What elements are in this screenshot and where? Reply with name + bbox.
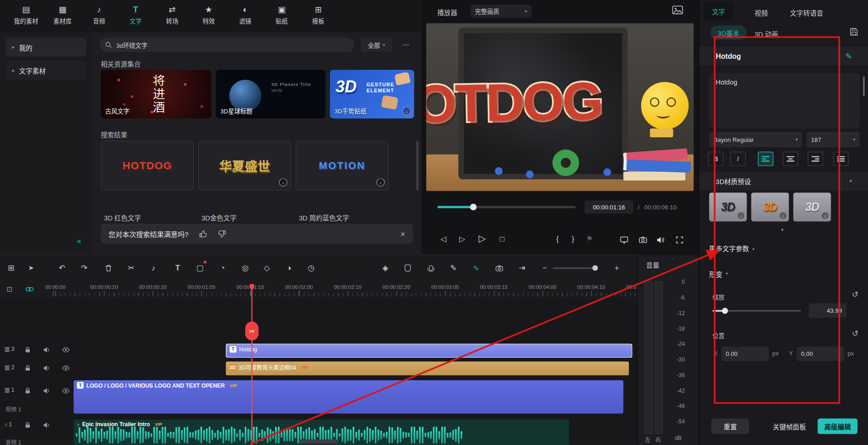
tab-stock-media[interactable]: ▦素材库: [44, 0, 81, 32]
prev-frame-button[interactable]: ◁: [436, 231, 451, 246]
position-x-input[interactable]: 0.00: [721, 347, 769, 361]
marker-flag-icon[interactable]: ⚑: [582, 231, 597, 246]
track3-mute-icon[interactable]: [43, 347, 51, 353]
tab-effects[interactable]: ★特效: [191, 0, 227, 32]
save-preset-icon[interactable]: [850, 28, 858, 36]
color-palette-icon[interactable]: ◑: [281, 261, 297, 275]
zoom-out-icon[interactable]: −: [537, 261, 552, 275]
props-tab-text[interactable]: 文字: [704, 2, 733, 20]
align-left-button[interactable]: [758, 152, 773, 166]
download-icon[interactable]: ↓: [279, 178, 287, 186]
close-icon[interactable]: ×: [400, 229, 406, 238]
play-button[interactable]: ▷: [475, 231, 489, 245]
scale-slider-knob[interactable]: [722, 308, 728, 314]
timeline-snapshot-icon[interactable]: [491, 261, 507, 275]
select-cursor-icon[interactable]: ➤: [23, 261, 39, 275]
result-thumb-gold[interactable]: 华夏盛世 ↓: [198, 141, 292, 190]
collection-thumb-gesture[interactable]: 3D GESTURE ELEMENT 3D手势贴纸 ↓: [330, 70, 414, 118]
zoom-in-icon[interactable]: +: [609, 261, 625, 275]
search-input[interactable]: 3d环绕文字: [100, 38, 354, 52]
result-thumb-blue[interactable]: MOTION ↓: [296, 141, 389, 190]
track3-visibility-icon[interactable]: [62, 347, 70, 353]
add-text-icon[interactable]: T: [170, 261, 186, 275]
thumbs-up-icon[interactable]: [199, 230, 207, 237]
beat-detection-icon[interactable]: ∿: [468, 261, 484, 275]
tab-templates[interactable]: ⊞模板: [300, 0, 337, 32]
add-track-icon[interactable]: ⊡: [6, 285, 12, 293]
italic-button[interactable]: I: [730, 152, 746, 166]
speaker-icon[interactable]: [653, 232, 667, 247]
auto-ripple-icon[interactable]: ⇥: [514, 261, 530, 275]
align-right-button[interactable]: [808, 152, 823, 166]
props-tab-video[interactable]: 视频: [755, 8, 768, 17]
tab-transitions[interactable]: ⇄转场: [154, 0, 191, 32]
fullscreen-icon[interactable]: [672, 232, 686, 247]
props-tab-tts[interactable]: 文字转语音: [790, 8, 823, 17]
track2-mute-icon[interactable]: [43, 365, 51, 371]
step-forward-button[interactable]: ▷: [455, 231, 469, 246]
safe-area-shield-icon[interactable]: [400, 261, 415, 275]
split-playhead-scissors[interactable]: ✂: [245, 321, 259, 340]
subtab-3d-animation[interactable]: 3D 动画: [755, 29, 778, 38]
quality-dropdown[interactable]: 完整画质▾: [471, 5, 532, 18]
advanced-edit-button[interactable]: 高级编辑: [817, 418, 857, 434]
download-icon[interactable]: ↓: [779, 211, 787, 220]
sticker-clip-border[interactable]: 3D3D可爱教育元素边框04VIP: [226, 361, 629, 375]
media-scrollbar[interactable]: [416, 141, 418, 190]
position-y-input[interactable]: 0.00: [797, 347, 845, 361]
thumbs-down-icon[interactable]: [218, 230, 226, 237]
material-preset-tile[interactable]: 3D↓: [709, 192, 747, 221]
panel-scrollbar[interactable]: [863, 76, 865, 96]
redo-icon[interactable]: ↷: [76, 261, 92, 275]
download-icon[interactable]: ↓: [737, 211, 745, 220]
voiceover-mic-icon[interactable]: [423, 261, 439, 275]
playback-progress-bar[interactable]: [437, 206, 575, 208]
position-reset-icon[interactable]: ↺: [852, 329, 858, 338]
scale-value-input[interactable]: 43.99: [809, 304, 846, 318]
keyframe-panel-button[interactable]: 关键帧面板: [768, 418, 811, 434]
scale-slider[interactable]: [712, 310, 801, 312]
download-icon[interactable]: ↓: [821, 211, 829, 220]
mask-icon[interactable]: ◎: [237, 261, 253, 275]
align-center-button[interactable]: [783, 152, 798, 166]
zoom-slider-knob[interactable]: [592, 265, 598, 270]
sidebar-item-text-assets[interactable]: ▸文字素材: [6, 61, 86, 80]
track2-visibility-icon[interactable]: [62, 366, 70, 371]
font-family-dropdown[interactable]: Bayon Regular▾: [709, 132, 802, 147]
collection-thumb-guff[interactable]: 将进酒 古风文字: [101, 70, 211, 118]
audio-mute-icon[interactable]: [43, 422, 51, 428]
speed-icon[interactable]: ◔: [215, 261, 231, 275]
audio-tool-icon[interactable]: ♪: [146, 261, 161, 275]
tab-text[interactable]: T文字: [118, 0, 154, 32]
timeline-scrollbar[interactable]: [299, 439, 338, 443]
sidebar-item-mine[interactable]: ▸我的: [6, 38, 86, 56]
video-clip-logo-opener[interactable]: TLOGO / LOGO / VARIOUS LOGO AND TEXT OPE…: [73, 380, 623, 413]
more-text-params-toggle[interactable]: 更多文字参数▴: [709, 243, 755, 253]
keyframe-icon[interactable]: ◇: [259, 261, 275, 275]
collection-thumb-planet[interactable]: 3D Planets Title Vol 02 3D星球标题: [216, 70, 326, 118]
text-clip-hotdog[interactable]: THotdog: [226, 344, 632, 358]
tab-audio[interactable]: ♪音频: [81, 0, 118, 32]
material-preset-tile[interactable]: 3D↓: [751, 192, 789, 221]
bold-button[interactable]: B: [708, 152, 724, 166]
track1-visibility-icon[interactable]: [62, 388, 70, 394]
track-manager-icon[interactable]: ⊞: [3, 261, 19, 275]
duration-clock-icon[interactable]: ◷: [304, 261, 319, 275]
material-preset-header[interactable]: 3D材质预设▾: [699, 172, 868, 191]
video-preview[interactable]: OTDOG: [426, 23, 693, 191]
split-scissors-icon[interactable]: ✂: [124, 261, 139, 275]
tab-stickers[interactable]: ▣贴纸: [264, 0, 300, 32]
timeline-zoom-slider[interactable]: [552, 267, 597, 269]
filter-dropdown[interactable]: 全部▾: [361, 38, 392, 52]
align-justify-button[interactable]: [833, 152, 849, 166]
more-options-button[interactable]: ⋯: [397, 38, 414, 52]
display-device-icon[interactable]: [617, 232, 631, 247]
track1-mute-icon[interactable]: [43, 388, 51, 394]
tab-my-media[interactable]: ▤我的素材: [8, 0, 45, 32]
track3-lock-icon[interactable]: [24, 347, 31, 353]
text-content-input[interactable]: Hotdog: [709, 73, 860, 129]
edit-adjust-icon[interactable]: ✎: [445, 261, 461, 275]
mark-out-button[interactable]: }: [566, 231, 580, 246]
progress-knob[interactable]: [470, 204, 476, 210]
timeline-ruler[interactable]: 00:00:0000:00:00:1000:00:00:2000:00:01:0…: [31, 284, 637, 290]
